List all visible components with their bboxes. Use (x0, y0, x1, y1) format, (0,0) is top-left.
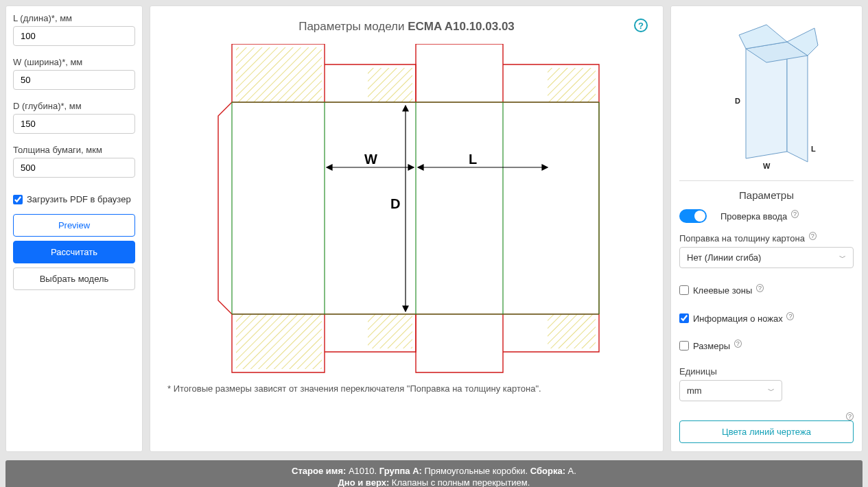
dim-label-d: D (390, 196, 400, 211)
units-value: mm (687, 385, 702, 396)
box-3d-preview: D L W (712, 14, 821, 172)
params-heading: Параметры (679, 189, 854, 201)
thickness-corr-label: Поправка на толщину картона ? (679, 233, 854, 244)
chevron-down-icon: ﹀ (768, 386, 775, 396)
units-label: Единицы (679, 366, 854, 377)
axis-w: W (763, 162, 771, 170)
info-icon[interactable]: ? (786, 312, 794, 320)
axis-d: D (735, 97, 740, 105)
title-model: ECMA A10.10.03.03 (408, 20, 515, 33)
length-input[interactable] (13, 26, 135, 46)
info-icon[interactable]: ? (756, 284, 764, 292)
chevron-down-icon: ﹀ (839, 253, 846, 263)
svg-rect-6 (548, 314, 596, 348)
info-icon[interactable]: ? (791, 210, 799, 218)
svg-rect-2 (368, 68, 412, 102)
svg-marker-18 (418, 165, 423, 170)
left-panel: L (длина)*, мм W (ширина)*, мм D (глубин… (5, 5, 143, 452)
units-select[interactable]: mm ﹀ (679, 380, 782, 401)
thickness-corr-select[interactable]: Нет (Линии сгиба) ﹀ (679, 247, 854, 268)
thickness-input[interactable] (13, 158, 135, 178)
axis-l: L (811, 145, 816, 153)
pdf-checkbox-row: Загрузить PDF в браузер (13, 194, 135, 204)
colors-button[interactable]: Цвета линий чертежа (679, 420, 854, 443)
pdf-checkbox[interactable] (13, 195, 23, 204)
glue-checkbox[interactable] (679, 285, 689, 295)
choose-model-button[interactable]: Выбрать модель (13, 268, 135, 290)
width-input[interactable] (13, 70, 135, 90)
units-group: Единицы mm ﹀ (679, 366, 854, 401)
dim-label-w: W (364, 152, 377, 167)
footer-line1: Старое имя: A1010. Группа A: Прямоугольн… (12, 466, 856, 476)
knives-checkbox[interactable] (679, 313, 689, 323)
page-title: Параметры модели ECMA A10.10.03.03 (167, 20, 646, 34)
input-check-toggle[interactable] (679, 209, 707, 223)
svg-marker-21 (403, 106, 408, 111)
glue-row: Клеевые зоны ? (679, 285, 854, 296)
sizes-checkbox[interactable] (679, 341, 689, 351)
footer-bar: Старое имя: A1010. Группа A: Прямоугольн… (5, 460, 863, 487)
knives-label: Информация о ножах ? (693, 313, 794, 324)
footer-line2: Дно и верх: Клапаны с полным перекрытием… (12, 477, 856, 487)
svg-marker-19 (542, 165, 548, 170)
title-prefix: Параметры модели (298, 20, 408, 33)
thickness-label: Толщина бумаги, мкм (13, 145, 135, 155)
help-icon[interactable]: ? (634, 19, 648, 32)
length-label: L (длина)*, мм (13, 13, 135, 23)
svg-rect-4 (236, 314, 322, 369)
sizes-row: Размеры ? (679, 340, 854, 351)
field-depth: D (глубина)*, мм (13, 101, 135, 134)
field-length: L (длина)*, мм (13, 13, 135, 46)
width-label: W (ширина)*, мм (13, 57, 135, 67)
right-panel: D L W Параметры Проверка ввода ? Поправк… (670, 5, 863, 452)
svg-rect-3 (548, 68, 596, 102)
info-icon[interactable]: ? (734, 340, 742, 348)
preview-button[interactable]: Preview (13, 214, 135, 237)
svg-marker-16 (408, 165, 414, 170)
svg-rect-5 (368, 314, 412, 348)
pdf-checkbox-label: Загрузить PDF в браузер (27, 194, 131, 204)
center-panel: ? Параметры модели ECMA A10.10.03.03 (150, 5, 664, 452)
field-width: W (ширина)*, мм (13, 57, 135, 90)
knives-row: Информация о ножах ? (679, 313, 854, 324)
toggle-row: Проверка ввода ? (679, 209, 854, 223)
info-icon[interactable]: ? (809, 232, 817, 240)
dieline-diagram: W L D (187, 44, 626, 373)
svg-marker-15 (327, 165, 332, 170)
svg-marker-24 (787, 42, 808, 162)
field-thickness: Толщина бумаги, мкм (13, 145, 135, 178)
calculate-button[interactable]: Рассчитать (13, 241, 135, 263)
dim-label-l: L (469, 152, 477, 167)
footnote: * Итоговые размеры зависят от значения п… (167, 383, 646, 394)
toggle-label: Проверка ввода ? (720, 211, 799, 222)
svg-rect-1 (236, 47, 322, 102)
info-icon[interactable]: ? (846, 412, 854, 420)
depth-input[interactable] (13, 114, 135, 134)
depth-label: D (глубина)*, мм (13, 101, 135, 111)
thickness-corr-value: Нет (Линии сгиба) (687, 252, 761, 263)
sizes-label: Размеры ? (693, 340, 742, 351)
glue-label: Клеевые зоны ? (693, 285, 764, 296)
svg-marker-22 (403, 306, 408, 311)
